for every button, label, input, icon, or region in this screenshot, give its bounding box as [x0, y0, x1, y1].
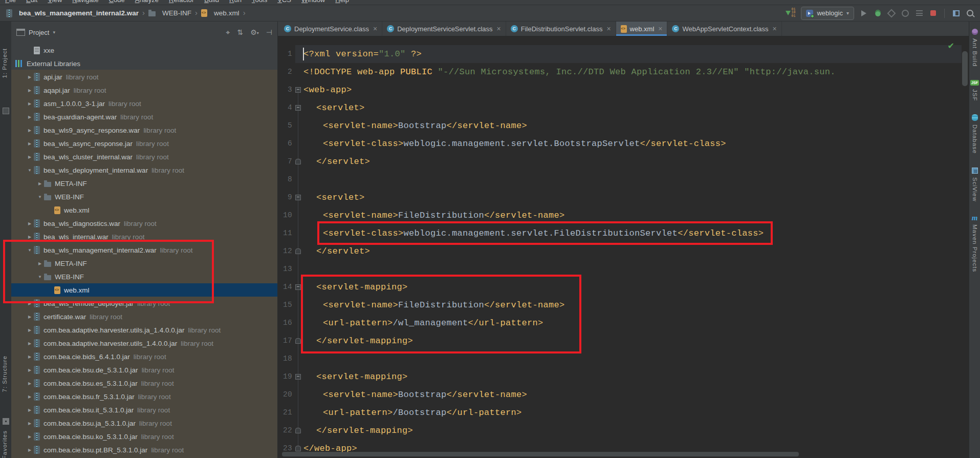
chevron-expanded-icon[interactable]: ▼: [26, 168, 34, 173]
update-project-icon[interactable]: 011001: [786, 8, 796, 18]
tool-window-jsf-button[interactable]: JSFJSF: [970, 80, 979, 101]
tree-item-web-xml[interactable]: web.xml: [11, 203, 277, 217]
chevron-collapsed-icon[interactable]: ▶: [26, 448, 34, 452]
tree-item-com-bea-adaptive-harvester-utils-1-4-0-0-jar[interactable]: ▶com.bea.adaptive.harvester.utils_1.4.0.…: [11, 337, 277, 350]
inspection-ok-icon[interactable]: ✔: [948, 41, 954, 51]
chevron-collapsed-icon[interactable]: ▶: [36, 181, 44, 186]
tree-item-certificate-war[interactable]: ▶certificate.warlibrary root: [11, 310, 277, 323]
chevron-collapsed-icon[interactable]: ▶: [26, 341, 34, 346]
chevron-collapsed-icon[interactable]: ▶: [26, 221, 34, 226]
chevron-collapsed-icon[interactable]: ▶: [26, 368, 34, 372]
tool-window-project-button[interactable]: 1: Project: [2, 48, 8, 78]
menu-item-vcs[interactable]: VCS: [277, 0, 291, 1]
chevron-expanded-icon[interactable]: ▼: [26, 248, 34, 253]
tool-window-favorites-button[interactable]: 2: Favorites: [2, 430, 8, 458]
chevron-collapsed-icon[interactable]: ▶: [36, 261, 44, 266]
tree-item-com-bea-cie-bsu-pt-br-5-3-1-0-jar[interactable]: ▶com.bea.cie.bsu.pt.BR_5.3.1.0.jarlibrar…: [11, 443, 277, 456]
menu-item-analyze[interactable]: Analyze: [135, 0, 159, 1]
tree-item-asm-1-0-0-0-3-1-jar[interactable]: ▶asm_1.0.0.0_3-1.jarlibrary root: [11, 97, 277, 110]
settings-gear-icon[interactable]: ⚙▾: [250, 28, 259, 36]
tool-window-maven-projects-button[interactable]: mMaven Projects: [972, 215, 978, 272]
breadcrumb-item[interactable]: web.xml: [201, 9, 239, 17]
tree-item-bea-wls-deployment-internal-war[interactable]: ▼bea_wls_deployment_internal.warlibrary …: [11, 163, 277, 177]
tree-item-bea-wls-management-internal2-war[interactable]: ▼bea_wls_management_internal2.warlibrary…: [11, 243, 277, 257]
fold-marker[interactable]: [295, 99, 301, 117]
tree-item-web-xml[interactable]: web.xml: [11, 283, 277, 297]
tool-window-database-button[interactable]: Database: [972, 114, 978, 154]
chevron-collapsed-icon[interactable]: ▶: [26, 88, 34, 93]
menu-item-navigate[interactable]: Navigate: [72, 0, 98, 1]
close-icon[interactable]: ×: [497, 25, 501, 33]
menu-item-run[interactable]: Run: [229, 0, 242, 1]
tab-deploymentservice-class[interactable]: CDeploymentService.class×: [279, 22, 382, 36]
tree-item-bea-wls-async-response-jar[interactable]: ▶bea_wls_async_response.jarlibrary root: [11, 137, 277, 150]
tree-item-xxe[interactable]: xxe: [11, 44, 277, 57]
project-widget-icon[interactable]: [3, 108, 9, 114]
tree-item-com-bea-cie-bsu-it-5-3-1-0-jar[interactable]: ▶com.bea.cie.bsu.it_5.3.1.0.jarlibrary r…: [11, 403, 277, 417]
tree-item-bea-wls-diagnostics-war[interactable]: ▶bea_wls_diagnostics.warlibrary root: [11, 217, 277, 230]
tool-window-structure-button[interactable]: 7: Structure: [2, 356, 8, 392]
tab-web-xml[interactable]: web.xml×: [616, 22, 668, 36]
chevron-collapsed-icon[interactable]: ▶: [26, 421, 34, 426]
tree-item-web-inf[interactable]: ▼WEB-INF: [11, 190, 277, 203]
chevron-down-icon[interactable]: ▾: [53, 30, 55, 35]
fold-marker[interactable]: [295, 153, 301, 171]
menu-item-window[interactable]: Window: [301, 0, 325, 1]
editor-body[interactable]: 1<?xml version="1.0" ?>2<!DOCTYPE web-ap…: [278, 36, 969, 458]
close-icon[interactable]: ×: [373, 25, 377, 33]
tab-webappservletcontext-class[interactable]: CWebAppServletContext.class×: [667, 22, 781, 36]
search-everywhere-button[interactable]: [966, 9, 974, 18]
tree-item-com-bea-cie-bsu-es-5-3-1-0-jar[interactable]: ▶com.bea.cie.bsu.es_5.3.1.0.jarlibrary r…: [11, 377, 277, 390]
locate-file-icon[interactable]: ⌖: [226, 28, 230, 37]
vertical-scrollbar[interactable]: [962, 51, 968, 86]
tree-item-com-bea-cie-bids-6-4-1-0-jar[interactable]: ▶com.bea.cie.bids_6.4.1.0.jarlibrary roo…: [11, 350, 277, 363]
collapse-all-icon[interactable]: ⇅: [237, 28, 243, 36]
menu-item-tools[interactable]: Tools: [252, 0, 267, 1]
fold-marker[interactable]: [295, 81, 301, 99]
profiler-button[interactable]: [901, 9, 909, 18]
tree-item-bea-guardian-agent-war[interactable]: ▶bea-guardian-agent.warlibrary root: [11, 110, 277, 123]
chevron-collapsed-icon[interactable]: ▶: [26, 155, 34, 159]
menu-item-view[interactable]: View: [48, 0, 62, 1]
chevron-collapsed-icon[interactable]: ▶: [26, 394, 34, 399]
chevron-collapsed-icon[interactable]: ▶: [26, 315, 34, 319]
horizontal-scrollbar[interactable]: [282, 452, 799, 456]
tree-item-bea-wls-internal-war[interactable]: ▶bea_wls_internal.warlibrary root: [11, 230, 277, 243]
run-button[interactable]: [860, 9, 868, 18]
menu-item-code[interactable]: Code: [109, 0, 125, 1]
tree-item-com-bea-cie-bsu-de-5-3-1-0-jar[interactable]: ▶com.bea.cie.bsu.de_5.3.1.0.jarlibrary r…: [11, 363, 277, 377]
fold-marker[interactable]: [295, 332, 301, 350]
tree-item-com-bea-cie-bsu-ja-5-3-1-0-jar[interactable]: ▶com.bea.cie.bsu.ja_5.3.1.0.jarlibrary r…: [11, 417, 277, 430]
breadcrumb-item[interactable]: WEB-INF: [148, 9, 191, 17]
chevron-collapsed-icon[interactable]: ▶: [26, 101, 34, 106]
tree-item-meta-inf[interactable]: ▶META-INF: [11, 257, 277, 270]
tree-item-com-bea-cie-bsu-fr-5-3-1-0-jar[interactable]: ▶com.bea.cie.bsu.fr_5.3.1.0.jarlibrary r…: [11, 390, 277, 403]
rerun-button[interactable]: [915, 9, 923, 18]
tool-windows-button[interactable]: [952, 9, 960, 18]
chevron-collapsed-icon[interactable]: ▶: [26, 128, 34, 133]
structure-grid-icon[interactable]: [3, 418, 9, 425]
tree-item-aqapi-jar[interactable]: ▶aqapi.jarlibrary root: [11, 84, 277, 97]
tree-item-api-jar[interactable]: ▶api.jarlibrary root: [11, 70, 277, 84]
chevron-collapsed-icon[interactable]: ▶: [26, 381, 34, 386]
menu-item-file[interactable]: File: [5, 0, 16, 1]
close-icon[interactable]: ×: [658, 25, 662, 33]
chevron-collapsed-icon[interactable]: ▶: [26, 141, 34, 146]
coverage-button[interactable]: [887, 9, 896, 18]
tree-item-web-inf[interactable]: ▼WEB-INF: [11, 270, 277, 283]
fold-marker[interactable]: [295, 278, 301, 296]
menu-item-edit[interactable]: Edit: [26, 0, 37, 1]
stop-button[interactable]: [929, 9, 937, 18]
chevron-expanded-icon[interactable]: ▼: [36, 195, 44, 199]
chevron-collapsed-icon[interactable]: ▶: [26, 408, 34, 412]
tree-item-external-libraries[interactable]: External Libraries: [11, 57, 277, 70]
menu-item-help[interactable]: Help: [335, 0, 349, 1]
hide-panel-icon[interactable]: ⊣: [266, 28, 272, 36]
project-panel-title[interactable]: Project: [29, 29, 49, 36]
run-configuration-select[interactable]: weblogic ▾: [801, 7, 854, 20]
menu-item-refactor[interactable]: Refactor: [169, 0, 194, 1]
tree-item-com-bea-adaptive-harvester-utils-ja-1-4-0-0-jar[interactable]: ▶com.bea.adaptive.harvester.utils.ja_1.4…: [11, 323, 277, 337]
chevron-collapsed-icon[interactable]: ▶: [26, 235, 34, 239]
chevron-collapsed-icon[interactable]: ▶: [26, 301, 34, 306]
fold-marker[interactable]: [295, 189, 301, 206]
